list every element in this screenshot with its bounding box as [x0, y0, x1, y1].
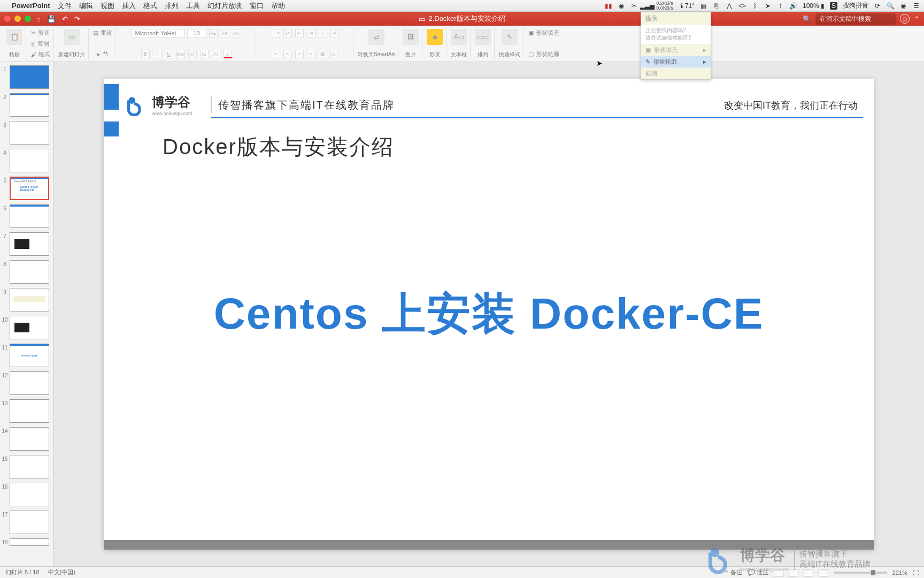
decrease-font-icon[interactable]: A▾ — [221, 29, 229, 37]
close-button[interactable] — [4, 16, 11, 22]
menu-view[interactable]: 视图 — [101, 1, 114, 11]
picture-icon[interactable]: 🖼 — [403, 29, 419, 45]
thumb-9[interactable] — [10, 288, 49, 311]
tooltip-cancel[interactable]: 取消 — [641, 67, 711, 79]
highlight-button[interactable]: A▪ — [212, 50, 220, 58]
menu-window[interactable]: 窗口 — [250, 1, 264, 11]
obs-icon[interactable]: ◉ — [618, 2, 625, 10]
thumb-3[interactable] — [10, 121, 49, 144]
slide-thumbnail-panel[interactable]: 1 2 3 4 5Docker版本与安装介绍Centos 上安装 Docker-… — [0, 62, 53, 566]
bold-button[interactable]: B — [141, 50, 150, 58]
clear-format-icon[interactable]: A◇ — [233, 29, 241, 37]
shape-icon[interactable]: ◆ — [427, 29, 443, 45]
smartart-icon[interactable]: ⇄ — [368, 29, 384, 45]
textbox-icon[interactable]: A▭ — [451, 29, 467, 45]
indent-dec-icon[interactable]: ⇤ — [295, 29, 304, 37]
fit-to-window-button[interactable]: ⛶ — [913, 569, 919, 576]
cut-icon[interactable]: ✂ — [31, 29, 36, 36]
grid-icon[interactable]: ▦ — [700, 2, 707, 10]
thumb-5[interactable]: Docker版本与安装介绍Centos 上安装 Docker-CE — [10, 177, 49, 200]
wifi-icon[interactable]: ⧙ — [777, 2, 784, 10]
columns-icon[interactable]: ▦ — [319, 50, 327, 58]
tooltip-opt-outline[interactable]: ✎形状轮廓▸ — [641, 56, 711, 67]
increase-font-icon[interactable]: A▴ — [209, 29, 218, 37]
section-icon[interactable]: ▸ — [97, 51, 101, 58]
thumb-15[interactable] — [10, 455, 49, 478]
clipboard-icon[interactable]: ⎘ — [713, 2, 720, 10]
thumb-8[interactable] — [10, 260, 49, 284]
menu-help[interactable]: 帮助 — [271, 1, 285, 11]
new-slide-icon[interactable]: ▭ — [64, 29, 80, 45]
search-input[interactable]: 在演示文稿中搜索 — [815, 13, 896, 25]
current-slide[interactable]: 博学谷 www.boxuegu.com 传智播客旗下高端IT在线教育品牌 改变中… — [104, 79, 874, 550]
arrange-icon[interactable]: ▭▭ — [475, 29, 491, 45]
numbering-icon[interactable]: 1≡ — [283, 29, 292, 37]
thumb-7[interactable] — [10, 232, 49, 256]
smiley-icon[interactable]: ☺ — [900, 14, 910, 24]
scissors-icon[interactable]: ✂ — [630, 2, 638, 10]
font-name-select[interactable]: Microsoft YaHei — [132, 29, 185, 37]
thumb-2[interactable] — [10, 93, 49, 117]
thumb-10[interactable] — [10, 316, 49, 339]
battery-indicator[interactable]: 100% ▮ — [803, 2, 825, 10]
line-spacing-icon[interactable]: ↕ — [319, 29, 327, 37]
control-center-icon[interactable]: ☰ — [912, 2, 920, 10]
thumb-16[interactable] — [10, 483, 49, 506]
menu-edit[interactable]: 编辑 — [79, 1, 93, 11]
menu-tools[interactable]: 工具 — [186, 1, 200, 11]
bullets-icon[interactable]: ⋮≡ — [272, 29, 280, 37]
tooltip-opt-fill[interactable]: ▣形状填充▸ — [641, 44, 711, 56]
underline-button[interactable]: U — [165, 50, 173, 58]
app-name[interactable]: PowerPoint — [12, 2, 50, 10]
sync-icon[interactable]: ⟳ — [874, 2, 881, 10]
code-icon[interactable]: <> — [738, 2, 746, 10]
menu-format[interactable]: 格式 — [143, 1, 157, 11]
minimize-button[interactable] — [14, 16, 21, 22]
copy-icon[interactable]: ⎘ — [32, 41, 35, 47]
thumb-11[interactable]: Windows 上安装 — [10, 344, 49, 367]
siri-icon[interactable]: ◉ — [899, 2, 907, 10]
slide-canvas[interactable]: 博学谷 www.boxuegu.com 传智播客旗下高端IT在线教育品牌 改变中… — [53, 62, 924, 566]
paste-icon[interactable]: 📋 — [6, 29, 22, 45]
menu-insert[interactable]: 插入 — [122, 1, 136, 11]
thumb-14[interactable] — [10, 427, 49, 451]
font-color-button[interactable]: A — [224, 50, 232, 58]
volume-icon[interactable]: 🔊 — [790, 2, 797, 10]
indent-inc-icon[interactable]: ⇥ — [307, 29, 315, 37]
thumb-4[interactable] — [10, 149, 49, 172]
menu-slideshow[interactable]: 幻灯片放映 — [207, 1, 242, 11]
qat-save-icon[interactable]: 💾 — [47, 15, 56, 23]
text-direction-icon[interactable]: ↵ — [330, 29, 339, 37]
zoom-level[interactable]: 221% — [892, 569, 907, 576]
menu-arrange[interactable]: 排列 — [165, 1, 179, 11]
format-painter-icon[interactable]: 🖌 — [30, 51, 36, 58]
qat-redo-icon[interactable]: ↷ — [74, 15, 80, 23]
quick-styles-icon[interactable]: ✎ — [502, 29, 518, 45]
thumb-12[interactable] — [10, 371, 49, 395]
chevron-down-icon[interactable]: ⌃ — [914, 15, 920, 23]
search-icon[interactable]: 🔍 — [887, 2, 894, 10]
align-text-icon[interactable]: A↕ — [330, 50, 339, 58]
thumb-1[interactable] — [10, 65, 49, 89]
justify-icon[interactable]: ≡ — [307, 50, 315, 58]
graph-icon[interactable]: ▂▃▅ — [643, 2, 651, 10]
thumb-18[interactable] — [10, 538, 49, 546]
layout-icon[interactable]: ▤ — [93, 29, 98, 36]
thumb-17[interactable] — [10, 511, 49, 534]
bluetooth-icon[interactable]: ᛒ — [751, 2, 759, 10]
strike-button[interactable]: abc — [176, 50, 185, 58]
subscript-button[interactable]: x₂ — [200, 50, 209, 58]
qat-home-icon[interactable]: ⌂ — [36, 15, 41, 23]
italic-button[interactable]: I — [153, 50, 161, 58]
location-icon[interactable]: ➤ — [764, 2, 772, 10]
caret-icon[interactable]: ⋀ — [726, 2, 733, 10]
maximize-button[interactable] — [25, 16, 31, 22]
pause-icon[interactable]: ▮▮ — [605, 2, 612, 10]
align-right-icon[interactable]: ≡ — [295, 50, 304, 58]
menu-file[interactable]: 文件 — [58, 1, 72, 11]
ime-label[interactable]: 搜狗拼音 — [843, 1, 868, 10]
sogou-icon[interactable]: S — [830, 2, 837, 10]
align-left-icon[interactable]: ≡ — [272, 50, 280, 58]
superscript-button[interactable]: x² — [188, 50, 197, 58]
language-indicator[interactable]: 中文(中国) — [48, 568, 75, 576]
